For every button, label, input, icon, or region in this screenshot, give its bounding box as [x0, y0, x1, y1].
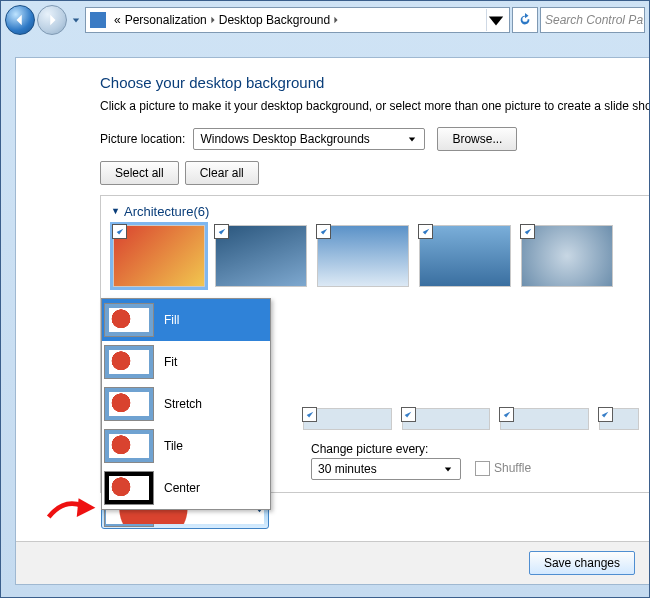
picture-position-option-stretch[interactable]: Stretch [102, 383, 270, 425]
page-title: Choose your desktop background [100, 74, 649, 91]
clear-all-button[interactable]: Clear all [185, 161, 259, 185]
select-all-button[interactable]: Select all [100, 161, 179, 185]
option-label: Fill [164, 313, 179, 327]
thumb-checkbox[interactable] [598, 407, 613, 422]
thumb-checkbox[interactable] [418, 224, 433, 239]
shuffle-label: Shuffle [494, 461, 531, 475]
option-label: Fit [164, 355, 177, 369]
browse-button[interactable]: Browse... [437, 127, 517, 151]
picture-location-value: Windows Desktop Backgrounds [200, 132, 404, 146]
change-picture-label: Change picture every: [311, 442, 461, 456]
group-name: Architecture [124, 204, 193, 219]
wallpaper-thumb[interactable] [402, 408, 491, 430]
nav-history-dropdown[interactable] [69, 6, 83, 34]
picture-location-label: Picture location: [100, 132, 185, 146]
forward-button[interactable] [37, 5, 67, 35]
option-label: Center [164, 481, 200, 495]
group-count: (6) [193, 204, 209, 219]
thumb-checkbox[interactable] [214, 224, 229, 239]
breadcrumb-sep-icon [209, 13, 217, 27]
wallpaper-thumb[interactable] [599, 408, 639, 430]
change-picture-value: 30 minutes [318, 462, 440, 476]
wallpaper-thumb[interactable] [521, 225, 613, 287]
wallpaper-thumb[interactable] [303, 408, 392, 430]
change-picture-dropdown[interactable]: 30 minutes [311, 458, 461, 480]
footer: Save changes [16, 541, 649, 584]
picture-position-option-tile[interactable]: Tile [102, 425, 270, 467]
search-input[interactable]: Search Control Pa [540, 7, 645, 33]
wallpaper-thumb[interactable] [317, 225, 409, 287]
address-dropdown[interactable] [486, 9, 505, 31]
refresh-button[interactable] [512, 7, 538, 33]
control-panel-window: « Personalization Desktop Background Sea… [0, 0, 650, 598]
group-header-architecture[interactable]: Architecture (6) [111, 204, 639, 219]
option-thumb-icon [104, 303, 154, 337]
wallpaper-thumb[interactable] [215, 225, 307, 287]
picture-location-dropdown[interactable]: Windows Desktop Backgrounds [193, 128, 425, 150]
breadcrumb-sep-icon [332, 13, 340, 27]
wallpaper-thumb[interactable] [500, 408, 589, 430]
save-changes-button[interactable]: Save changes [529, 551, 635, 575]
option-thumb-icon [104, 387, 154, 421]
breadcrumb-prefix: « [112, 13, 123, 27]
picture-position-menu: Fill Fit Stretch Tile Center [101, 298, 271, 510]
chevron-down-icon [404, 135, 420, 143]
wallpaper-thumb[interactable] [113, 225, 205, 287]
option-thumb-icon [104, 471, 154, 505]
breadcrumb-personalization[interactable]: Personalization [123, 13, 209, 27]
thumb-checkbox[interactable] [302, 407, 317, 422]
thumb-checkbox[interactable] [401, 407, 416, 422]
control-panel-icon [90, 12, 106, 28]
back-button[interactable] [5, 5, 35, 35]
picture-position-option-fill[interactable]: Fill [102, 299, 270, 341]
option-label: Tile [164, 439, 183, 453]
picture-position-option-center[interactable]: Center [102, 467, 270, 509]
breadcrumb-desktop-background[interactable]: Desktop Background [217, 13, 332, 27]
shuffle-checkbox[interactable] [475, 461, 490, 476]
chevron-down-icon [440, 465, 456, 473]
picture-position-option-fit[interactable]: Fit [102, 341, 270, 383]
option-thumb-icon [104, 345, 154, 379]
thumb-checkbox[interactable] [499, 407, 514, 422]
thumb-checkbox[interactable] [112, 224, 127, 239]
option-label: Stretch [164, 397, 202, 411]
thumb-checkbox[interactable] [316, 224, 331, 239]
option-thumb-icon [104, 429, 154, 463]
address-bar[interactable]: « Personalization Desktop Background [85, 7, 510, 33]
wallpaper-thumb[interactable] [419, 225, 511, 287]
page-instruction: Click a picture to make it your desktop … [100, 99, 649, 113]
nav-row: « Personalization Desktop Background Sea… [1, 1, 649, 39]
thumb-checkbox[interactable] [520, 224, 535, 239]
